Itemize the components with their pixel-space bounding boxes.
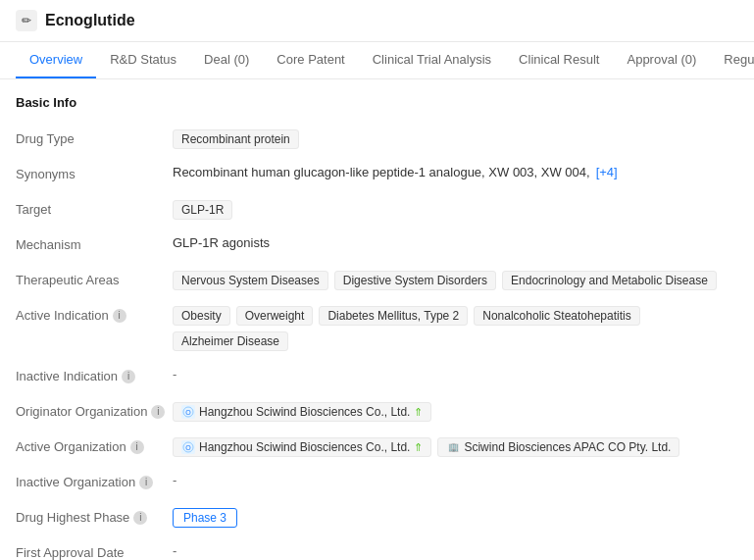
label-drug-highest-phase: Drug Highest Phasei: [16, 508, 173, 525]
help-icon-originator-org[interactable]: i: [151, 405, 165, 419]
org-arrow-icon: ⇑: [414, 406, 423, 419]
text-mechanism: GLP-1R agonists: [173, 235, 270, 250]
nav-tab-approval[interactable]: Approval (0): [613, 42, 710, 78]
tag-therapeutic-areas: Nervous System Diseases: [173, 271, 328, 290]
org-icon: O: [181, 405, 195, 419]
section-title: Basic Info: [16, 95, 738, 110]
label-drug-type: Drug Type: [16, 129, 173, 146]
help-icon-active-indication[interactable]: i: [113, 309, 126, 323]
value-active-org: OHangzhou Sciwind Biosciences Co., Ltd.⇑…: [173, 437, 738, 457]
nav-tab-rd-status[interactable]: R&D Status: [96, 42, 190, 78]
nav-tab-core-patent[interactable]: Core Patent: [263, 42, 358, 78]
row-target: TargetGLP-1R: [16, 192, 738, 228]
text-synonyms: Recombinant human glucagon-like peptide-…: [173, 165, 590, 179]
row-synonyms: SynonymsRecombinant human glucagon-like …: [16, 157, 738, 192]
org-tag[interactable]: 🏢Sciwind Biosciences APAC CO Pty. Ltd.: [437, 437, 679, 457]
label-active-indication: Active Indicationi: [16, 306, 173, 323]
tag-active-indication: Overweight: [236, 306, 314, 326]
org-name: Hangzhou Sciwind Biosciences Co., Ltd.: [199, 440, 410, 454]
svg-text:O: O: [185, 444, 191, 451]
tag-active-indication: Nonalcoholic Steatohepatitis: [474, 306, 639, 326]
help-icon-active-org[interactable]: i: [130, 440, 144, 454]
header: ✏ Ecnoglutide: [0, 0, 754, 42]
label-originator-org: Originator Organizationi: [16, 402, 173, 419]
row-drug-type: Drug TypeRecombinant protein: [16, 122, 738, 157]
org-icon: O: [181, 440, 195, 454]
tag-target: GLP-1R: [173, 200, 232, 220]
label-synonyms: Synonyms: [16, 165, 173, 181]
row-therapeutic-areas: Therapeutic AreasNervous System Diseases…: [16, 263, 738, 298]
org-tag[interactable]: OHangzhou Sciwind Biosciences Co., Ltd.⇑: [173, 402, 431, 422]
nav-tabs: OverviewR&D StatusDeal (0)Core PatentCli…: [0, 42, 754, 79]
row-inactive-org: Inactive Organizationi-: [16, 465, 738, 500]
svg-text:O: O: [185, 409, 191, 416]
nav-tab-regulation[interactable]: Regulation (0): [710, 42, 754, 78]
row-active-org: Active OrganizationiOHangzhou Sciwind Bi…: [16, 430, 738, 465]
org-name: Hangzhou Sciwind Biosciences Co., Ltd.: [199, 405, 410, 419]
main-content: Basic Info Drug TypeRecombinant proteinS…: [0, 79, 754, 560]
tag-active-indication: Diabetes Mellitus, Type 2: [319, 306, 468, 326]
help-icon-inactive-indication[interactable]: i: [122, 370, 135, 383]
value-inactive-indication: -: [173, 367, 738, 382]
label-first-approval: First Approval Date: [16, 543, 173, 560]
label-mechanism: Mechanism: [16, 235, 173, 252]
help-icon-inactive-org[interactable]: i: [139, 476, 153, 489]
label-target: Target: [16, 200, 173, 217]
tag-active-indication: Obesity: [173, 306, 230, 326]
dash-inactive-org: -: [173, 473, 176, 487]
nav-tab-clinical-trial[interactable]: Clinical Trial Analysis: [359, 42, 505, 78]
help-icon-drug-highest-phase[interactable]: i: [133, 511, 147, 525]
app-title: Ecnoglutide: [45, 12, 135, 29]
value-drug-highest-phase: Phase 3: [173, 508, 738, 528]
value-active-indication: ObesityOverweightDiabetes Mellitus, Type…: [173, 306, 738, 351]
nav-tab-overview[interactable]: Overview: [16, 42, 96, 78]
row-first-approval: First Approval Date-: [16, 535, 738, 560]
org-name: Sciwind Biosciences APAC CO Pty. Ltd.: [464, 440, 671, 454]
tag-therapeutic-areas: Endocrinology and Metabolic Disease: [502, 271, 717, 290]
row-originator-org: Originator OrganizationiOHangzhou Sciwin…: [16, 394, 738, 430]
link-synonyms[interactable]: [+4]: [596, 165, 618, 179]
row-inactive-indication: Inactive Indicationi-: [16, 359, 738, 394]
dash-first-approval: -: [173, 543, 176, 558]
info-rows: Drug TypeRecombinant proteinSynonymsReco…: [16, 122, 738, 560]
tag-therapeutic-areas: Digestive System Disorders: [334, 271, 496, 290]
tag-active-indication: Alzheimer Disease: [173, 331, 288, 351]
value-first-approval: -: [173, 543, 738, 558]
label-therapeutic-areas: Therapeutic Areas: [16, 271, 173, 287]
row-active-indication: Active IndicationiObesityOverweightDiabe…: [16, 298, 738, 359]
building-icon: 🏢: [446, 440, 460, 454]
value-target: GLP-1R: [173, 200, 738, 220]
value-therapeutic-areas: Nervous System DiseasesDigestive System …: [173, 271, 738, 290]
value-originator-org: OHangzhou Sciwind Biosciences Co., Ltd.⇑: [173, 402, 738, 422]
row-mechanism: MechanismGLP-1R agonists: [16, 228, 738, 263]
phase-tag: Phase 3: [173, 508, 237, 528]
label-inactive-indication: Inactive Indicationi: [16, 367, 173, 383]
label-inactive-org: Inactive Organizationi: [16, 473, 173, 489]
org-arrow-icon: ⇑: [414, 441, 423, 454]
row-drug-highest-phase: Drug Highest PhaseiPhase 3: [16, 500, 738, 535]
org-tag[interactable]: OHangzhou Sciwind Biosciences Co., Ltd.⇑: [173, 437, 431, 457]
header-icon: ✏: [16, 10, 37, 31]
nav-tab-clinical-result[interactable]: Clinical Result: [505, 42, 613, 78]
tag-drug-type: Recombinant protein: [173, 129, 299, 149]
dash-inactive-indication: -: [173, 367, 176, 382]
value-mechanism: GLP-1R agonists: [173, 235, 738, 250]
nav-tab-deal[interactable]: Deal (0): [190, 42, 263, 78]
value-inactive-org: -: [173, 473, 738, 487]
value-drug-type: Recombinant protein: [173, 129, 738, 149]
value-synonyms: Recombinant human glucagon-like peptide-…: [173, 165, 738, 179]
label-active-org: Active Organizationi: [16, 437, 173, 454]
